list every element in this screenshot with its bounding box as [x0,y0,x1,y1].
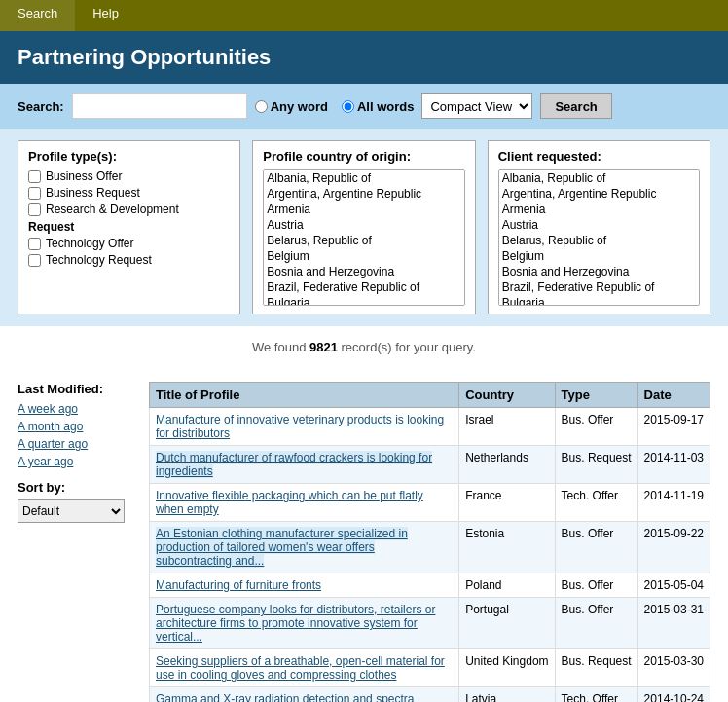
profile-title-cell: Seeking suppliers of a breathable, open-… [150,649,459,687]
profile-title-cell: Manufacturing of furniture fronts [150,573,459,598]
profile-title-link[interactable]: Dutch manufacturer of rawfood crackers i… [156,451,432,478]
col-type: Type [555,383,637,408]
menu-item-search[interactable]: Search [0,0,75,31]
profile-title-cell: Portuguese company looks for distributor… [150,598,459,649]
profile-type-filter: Profile type(s): Business Offer Business… [18,140,240,314]
profile-title-link[interactable]: Gamma and X-ray radiation detection and … [156,692,414,702]
all-words-radio-label[interactable]: All words [342,99,415,114]
profile-type-title: Profile type(s): [28,149,230,164]
profile-date-cell: 2014-11-19 [637,484,710,522]
profile-title-link[interactable]: Innovative flexible packaging which can … [156,489,423,516]
profile-country-filter: Profile country of origin: Albania, Repu… [252,140,475,314]
table-header-row: Title of Profile Country Type Date [150,383,710,408]
profile-type-cell: Bus. Offer [555,522,637,573]
profile-title-link[interactable]: An Estonian clothing manufacturer specia… [156,527,408,568]
business-offer-item: Business Offer [28,169,230,183]
month-ago-link[interactable]: A month ago [18,420,135,433]
table-row: Innovative flexible packaging which can … [150,484,710,522]
profile-title-cell: An Estonian clothing manufacturer specia… [150,522,459,573]
col-date: Date [637,383,710,408]
profile-title-link[interactable]: Seeking suppliers of a breathable, open-… [156,654,445,682]
search-input[interactable] [72,93,247,119]
table-row: Portuguese company looks for distributor… [150,598,710,649]
search-label: Search: [18,99,64,114]
quarter-ago-link[interactable]: A quarter ago [18,437,135,451]
profile-country-cell: Poland [459,573,555,598]
profile-country-cell: Israel [459,408,555,446]
search-bar: Search: Any word All words Compact View … [0,84,728,129]
request-section-label: Request [28,220,230,234]
results-number: 9821 [309,340,338,354]
profile-date-cell: 2015-09-17 [637,408,710,446]
search-button[interactable]: Search [540,93,611,119]
week-ago-link[interactable]: A week ago [18,402,135,416]
profile-type-cell: Bus. Offer [555,408,637,446]
profile-type-cell: Tech. Offer [555,687,637,703]
profile-title-link[interactable]: Manufacture of innovative veterinary pro… [156,413,444,440]
results-area: We found 9821 record(s) for your query. [0,326,728,382]
rd-item: Research & Development [28,203,230,216]
profile-date-cell: 2015-05-04 [637,573,710,598]
profile-country-cell: Estonia [459,522,555,573]
client-requested-filter: Client requested: Albania, Republic ofAr… [488,140,710,314]
profile-country-title: Profile country of origin: [263,149,464,164]
profile-type-cell: Bus. Offer [555,598,637,649]
table-row: Manufacturing of furniture frontsPolandB… [150,573,710,598]
table-row: An Estonian clothing manufacturer specia… [150,522,710,573]
word-mode-group: Any word All words [255,99,415,114]
any-word-radio-label[interactable]: Any word [255,99,328,114]
sort-select[interactable]: Default [18,499,125,523]
table-row: Gamma and X-ray radiation detection and … [150,687,710,703]
profile-date-cell: 2015-03-30 [637,649,710,687]
profile-date-cell: 2015-03-31 [637,598,710,649]
col-country: Country [459,383,555,408]
profile-country-cell: Portugal [459,598,555,649]
profile-title-cell: Manufacture of innovative veterinary pro… [150,408,459,446]
table-row: Seeking suppliers of a breathable, open-… [150,649,710,687]
profile-type-cell: Bus. Offer [555,573,637,598]
year-ago-link[interactable]: A year ago [18,455,135,468]
tech-request-item: Technology Request [28,253,230,267]
profile-title-cell: Innovative flexible packaging which can … [150,484,459,522]
profile-title-link[interactable]: Portuguese company looks for distributor… [156,603,435,644]
client-requested-list[interactable]: Albania, Republic ofArgentina, Argentine… [498,169,700,306]
sidebar: Last Modified: A week ago A month ago A … [18,382,149,702]
profile-country-cell: France [459,484,555,522]
tech-offer-item: Technology Offer [28,237,230,250]
tech-offer-checkbox[interactable] [28,238,41,250]
results-count: We found 9821 record(s) for your query. [18,340,710,354]
results-table: Title of Profile Country Type Date Manuf… [149,382,710,702]
filters-section: Profile type(s): Business Offer Business… [0,129,728,326]
profile-title-cell: Gamma and X-ray radiation detection and … [150,687,459,703]
profile-title-cell: Dutch manufacturer of rawfood crackers i… [150,446,459,484]
rd-checkbox[interactable] [28,203,41,216]
profile-country-cell: United Kingdom [459,649,555,687]
table-row: Manufacture of innovative veterinary pro… [150,408,710,446]
view-select[interactable]: Compact View Full View [421,93,532,119]
profiles-table: Title of Profile Country Type Date Manuf… [149,382,710,702]
tech-request-checkbox[interactable] [28,254,41,267]
sort-by-label: Sort by: [18,480,135,495]
profile-country-cell: Latvia [459,687,555,703]
business-request-checkbox[interactable] [28,187,41,200]
table-row: Dutch manufacturer of rawfood crackers i… [150,446,710,484]
all-words-radio[interactable] [342,100,354,113]
profile-title-link[interactable]: Manufacturing of furniture fronts [156,578,321,592]
last-modified-title: Last Modified: [18,382,135,396]
profile-type-cell: Bus. Request [555,649,637,687]
client-requested-title: Client requested: [498,149,700,164]
col-title: Title of Profile [150,383,459,408]
any-word-radio[interactable] [255,100,268,113]
profile-date-cell: 2014-11-03 [637,446,710,484]
profile-type-cell: Tech. Offer [555,484,637,522]
profile-date-cell: 2015-09-22 [637,522,710,573]
business-request-item: Business Request [28,186,230,200]
menu-item-help[interactable]: Help [75,0,136,31]
business-offer-checkbox[interactable] [28,170,41,183]
top-menu: Search Help [0,0,728,31]
table-body: Manufacture of innovative veterinary pro… [150,408,710,703]
page-title: Partnering Opportunities [18,45,271,69]
page-header: Partnering Opportunities [0,31,728,84]
profile-country-list[interactable]: Albania, Republic ofArgentina, Argentine… [263,169,464,306]
profile-type-cell: Bus. Request [555,446,637,484]
